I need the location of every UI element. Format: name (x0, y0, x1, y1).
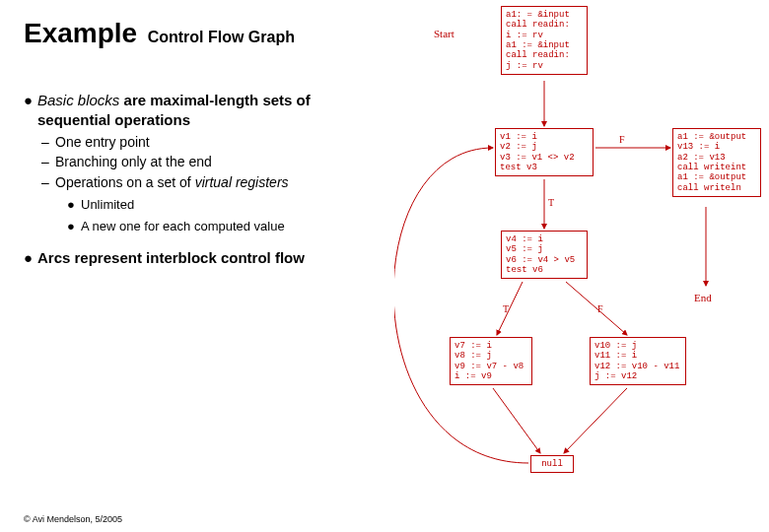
node-output: a1 := &output v13 := i a2 := v13 call wr… (672, 128, 761, 197)
bullet-2: Arcs represent interblock control flow (37, 248, 305, 268)
dash-2: Branching only at the end (55, 153, 212, 171)
node-left: v7 := i v8 := j v9 := v7 - v8 i := v9 (450, 337, 532, 385)
start-label: Start (434, 28, 454, 39)
content-text: ● Basic blocks are maximal-length sets o… (24, 91, 359, 271)
edge-F-2: F (597, 303, 603, 314)
edge-T-1: T (548, 197, 554, 208)
dash-1: One entry point (55, 133, 150, 152)
footer: © Avi Mendelson, 5/2005 (24, 514, 122, 524)
edge-F-1: F (619, 134, 625, 145)
node-null: null (530, 455, 574, 473)
sub-2: A new one for each computed value (81, 218, 285, 235)
dash-3-em: virtual registers (195, 174, 289, 190)
node-test1: v1 := i v2 := j v3 := v1 <> v2 test v3 (495, 128, 594, 176)
flow-diagram: Start a1: = &input call readin: i := rv … (394, 0, 769, 522)
title-main: Example (24, 18, 137, 48)
node-right: v10 := j v11 := i v12 := v10 - v11 j := … (590, 337, 686, 385)
bullet-1-em: Basic blocks (37, 92, 119, 108)
dash-3-prefix: Operations on a set of (55, 174, 195, 190)
node-start: a1: = &input call readin: i := rv a1 := … (501, 6, 588, 75)
end-label: End (694, 292, 712, 303)
edge-T-2: T (503, 303, 509, 314)
sub-1: Unlimited (81, 196, 134, 214)
node-test2: v4 := i v5 := j v6 := v4 > v5 test v6 (501, 231, 588, 279)
title-sub: Control Flow Graph (148, 29, 295, 45)
